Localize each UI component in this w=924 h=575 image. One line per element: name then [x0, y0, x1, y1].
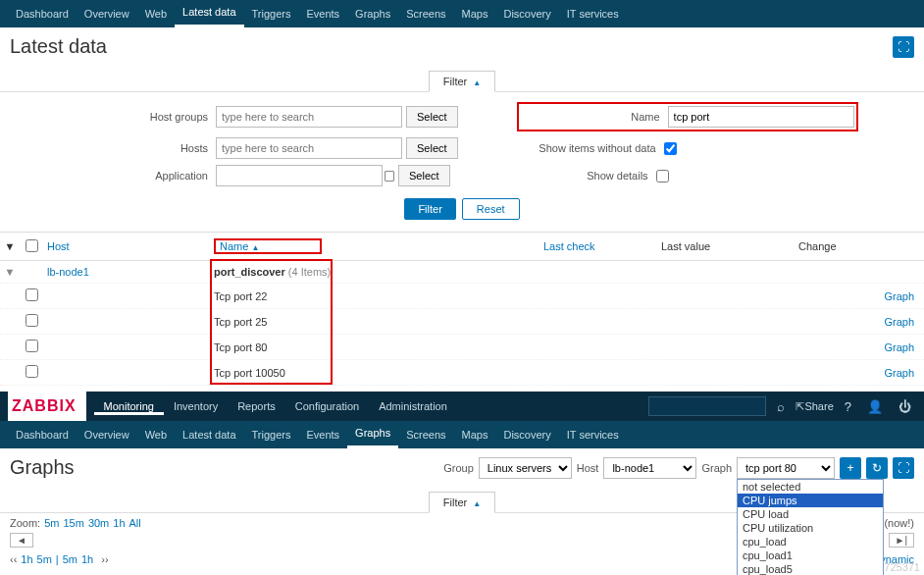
- name-header[interactable]: Name ▲: [220, 240, 259, 252]
- graph-link[interactable]: Graph: [884, 290, 914, 302]
- help-icon[interactable]: ?: [840, 399, 856, 414]
- filter-button[interactable]: Filter: [404, 198, 455, 220]
- dropdown-option[interactable]: cpu_load5: [738, 562, 883, 576]
- period-option[interactable]: 1h: [21, 553, 32, 565]
- dropdown-option[interactable]: CPU load: [738, 507, 883, 521]
- graph-link[interactable]: Graph: [884, 316, 914, 328]
- period-option[interactable]: 5m: [37, 553, 52, 565]
- fullscreen-icon[interactable]: ⛶: [893, 36, 914, 58]
- search-icon[interactable]: ⌕: [772, 399, 790, 414]
- without-data-checkbox[interactable]: [664, 142, 677, 155]
- hosts-select-button[interactable]: Select: [406, 137, 458, 159]
- refresh-icon[interactable]: ↻: [866, 457, 888, 479]
- filter-body: Host groups Select Name Hosts Select Sho…: [0, 92, 924, 232]
- dropdown-option[interactable]: CPU utilization: [738, 521, 883, 535]
- subnav-item-graphs[interactable]: Graphs: [347, 0, 398, 27]
- search-input[interactable]: [648, 396, 766, 416]
- application-input[interactable]: [216, 165, 383, 186]
- filter-tab[interactable]: Filter ▲: [429, 71, 495, 92]
- subnav-item-maps[interactable]: Maps: [454, 421, 496, 448]
- host-groups-input[interactable]: [216, 106, 402, 128]
- graph-link[interactable]: Graph: [884, 367, 914, 379]
- dropdown-option[interactable]: cpu_load: [738, 535, 883, 549]
- page-title: Latest data: [10, 35, 107, 58]
- zoom-option[interactable]: 15m: [63, 517, 83, 529]
- subnav-item-triggers[interactable]: Triggers: [244, 0, 299, 27]
- table-row: Tcp port 80Graph: [0, 335, 924, 360]
- filter-tab-2[interactable]: Filter ▲: [429, 492, 495, 513]
- nav-next-button[interactable]: ►|: [889, 533, 915, 548]
- topnav-item-configuration[interactable]: Configuration: [285, 400, 369, 412]
- dropdown-option[interactable]: CPU jumps: [738, 494, 883, 507]
- subnav-item-web[interactable]: Web: [137, 0, 175, 27]
- hosts-input[interactable]: [216, 137, 402, 159]
- subnav-item-screens[interactable]: Screens: [398, 0, 453, 27]
- show-details-checkbox[interactable]: [656, 170, 669, 183]
- topnav-item-reports[interactable]: Reports: [228, 400, 285, 412]
- subnav-item-maps[interactable]: Maps: [454, 0, 496, 27]
- subnav-item-discovery[interactable]: Discovery: [495, 421, 558, 448]
- subnav-item-discovery[interactable]: Discovery: [495, 0, 558, 27]
- topnav-item-administration[interactable]: Administration: [369, 400, 457, 412]
- graph-link[interactable]: Graph: [884, 341, 914, 353]
- table-row: ▼ lb-node1 port_discover (4 Items): [0, 261, 924, 284]
- row-checkbox[interactable]: [26, 340, 38, 352]
- host-header[interactable]: Host: [47, 240, 70, 252]
- table-row: Tcp port 25Graph: [0, 309, 924, 335]
- user-icon[interactable]: 👤: [862, 399, 888, 414]
- nav-prev-button[interactable]: ◄: [10, 533, 33, 548]
- graph-select[interactable]: tcp port 80: [737, 457, 835, 479]
- period-option[interactable]: 5m: [63, 553, 77, 565]
- topnav-item-inventory[interactable]: Inventory: [164, 400, 228, 412]
- change-header: Change: [798, 240, 837, 252]
- subnav-item-it-services[interactable]: IT services: [559, 421, 627, 448]
- filter-tab-label: Filter: [443, 76, 467, 87]
- host-select[interactable]: lb-node1: [603, 457, 696, 479]
- reset-button[interactable]: Reset: [462, 198, 520, 220]
- group-select[interactable]: Linux servers: [479, 457, 572, 479]
- subnav-item-events[interactable]: Events: [298, 0, 347, 27]
- select-all-checkbox[interactable]: [26, 239, 38, 252]
- subnav-item-latest-data[interactable]: Latest data: [175, 0, 243, 27]
- period-option[interactable]: 1h: [81, 553, 93, 565]
- without-data-label: Show items without data: [517, 142, 664, 154]
- subnav-item-overview[interactable]: Overview: [77, 0, 137, 27]
- subnav-item-triggers[interactable]: Triggers: [244, 421, 299, 448]
- share-link[interactable]: ⇱Share: [796, 400, 833, 413]
- expand-row-icon[interactable]: ▼: [0, 266, 20, 278]
- lastvalue-header: Last value: [661, 240, 710, 252]
- subnav-item-graphs[interactable]: Graphs: [347, 421, 398, 448]
- subnav-item-screens[interactable]: Screens: [398, 421, 453, 448]
- zoom-option[interactable]: 30m: [88, 517, 109, 529]
- zoom-option[interactable]: 5m: [44, 517, 59, 529]
- subnav-graphs: DashboardOverviewWebLatest dataTriggersE…: [0, 421, 924, 448]
- period-option[interactable]: |: [56, 553, 59, 565]
- host-link[interactable]: lb-node1: [47, 266, 89, 278]
- lastcheck-header[interactable]: Last check: [543, 240, 595, 252]
- row-checkbox[interactable]: [26, 314, 38, 327]
- application-select-button[interactable]: Select: [398, 165, 450, 186]
- logout-icon[interactable]: ⏻: [894, 399, 916, 414]
- fullscreen-icon[interactable]: ⛶: [893, 457, 914, 479]
- subnav-item-overview[interactable]: Overview: [77, 421, 137, 448]
- add-icon[interactable]: +: [840, 457, 861, 479]
- host-groups-select-button[interactable]: Select: [406, 106, 458, 128]
- dropdown-option[interactable]: cpu_load1: [738, 549, 883, 562]
- name-label: Name: [521, 111, 668, 123]
- row-checkbox[interactable]: [26, 365, 38, 378]
- data-table-header: ▼ Host Name ▲ Last check Last value Chan…: [0, 232, 924, 261]
- subnav-item-it-services[interactable]: IT services: [559, 0, 627, 27]
- subnav-item-events[interactable]: Events: [298, 421, 347, 448]
- name-input[interactable]: [668, 106, 854, 128]
- row-checkbox[interactable]: [26, 288, 38, 301]
- expand-all-icon[interactable]: ▼: [0, 240, 20, 252]
- zoom-option[interactable]: All: [129, 517, 141, 529]
- subnav-item-web[interactable]: Web: [137, 421, 175, 448]
- subnav-item-latest-data[interactable]: Latest data: [175, 421, 243, 448]
- zoom-option[interactable]: 1h: [113, 517, 125, 529]
- subnav-item-dashboard[interactable]: Dashboard: [8, 421, 77, 448]
- topnav-item-monitoring[interactable]: Monitoring: [94, 400, 164, 415]
- subnav-item-dashboard[interactable]: Dashboard: [8, 0, 77, 27]
- dropdown-option[interactable]: not selected: [738, 480, 883, 494]
- filter-tab-label: Filter: [443, 497, 467, 508]
